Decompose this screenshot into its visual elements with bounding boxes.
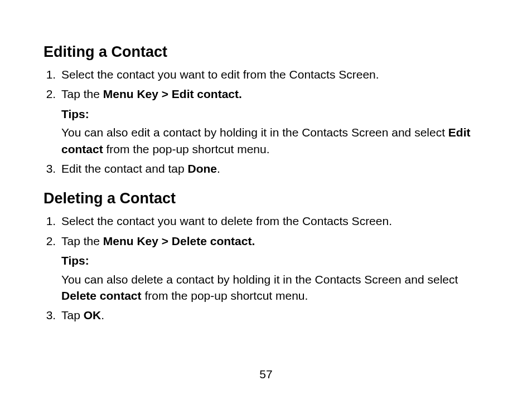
step-text: Select the contact you want to edit from… (61, 68, 379, 81)
step-bold: Menu Key > Delete contact. (103, 235, 255, 247)
step-text: Tap (61, 309, 84, 321)
heading-editing-contact: Editing a Contact (43, 43, 489, 61)
tips-text: You can also delete a contact by holding… (61, 271, 489, 304)
step-text: Tap the (61, 87, 103, 100)
tips-pre: You can also edit a contact by holding i… (61, 126, 448, 139)
steps-editing-contact: Select the contact you want to edit from… (43, 66, 489, 177)
tips-label: Tips: (61, 108, 89, 120)
tips-block: Tips: You can also delete a contact by h… (61, 252, 489, 304)
tips-post: from the pop-up shortcut menu. (103, 143, 270, 155)
step-bold: OK (84, 309, 101, 321)
heading-deleting-contact: Deleting a Contact (43, 190, 489, 207)
document-page: Editing a Contact Select the contact you… (0, 0, 532, 324)
step-text: Edit the contact and tap (61, 162, 188, 175)
step-text: Tap the (61, 235, 103, 247)
step-bold: Menu Key > Edit contact. (103, 87, 242, 100)
list-item: Tap OK. (59, 307, 489, 323)
tips-bold: Delete contact (61, 289, 142, 302)
step-text: Select the contact you want to delete fr… (61, 214, 392, 227)
tips-block: Tips: You can also edit a contact by hol… (61, 106, 489, 157)
list-item: Select the contact you want to delete fr… (59, 213, 489, 229)
step-bold: Done (188, 162, 217, 175)
page-number: 57 (0, 368, 532, 381)
step-post: . (101, 309, 104, 321)
tips-label: Tips: (61, 254, 89, 267)
step-post: . (217, 162, 220, 175)
list-item: Tap the Menu Key > Edit contact. Tips: Y… (59, 86, 489, 157)
tips-pre: You can also delete a contact by holding… (61, 273, 458, 286)
list-item: Select the contact you want to edit from… (59, 66, 489, 82)
tips-post: from the pop-up shortcut menu. (142, 289, 308, 302)
list-item: Edit the contact and tap Done. (59, 160, 489, 177)
tips-text: You can also edit a contact by holding i… (61, 124, 489, 157)
list-item: Tap the Menu Key > Delete contact. Tips:… (59, 233, 489, 304)
steps-deleting-contact: Select the contact you want to delete fr… (43, 213, 489, 323)
